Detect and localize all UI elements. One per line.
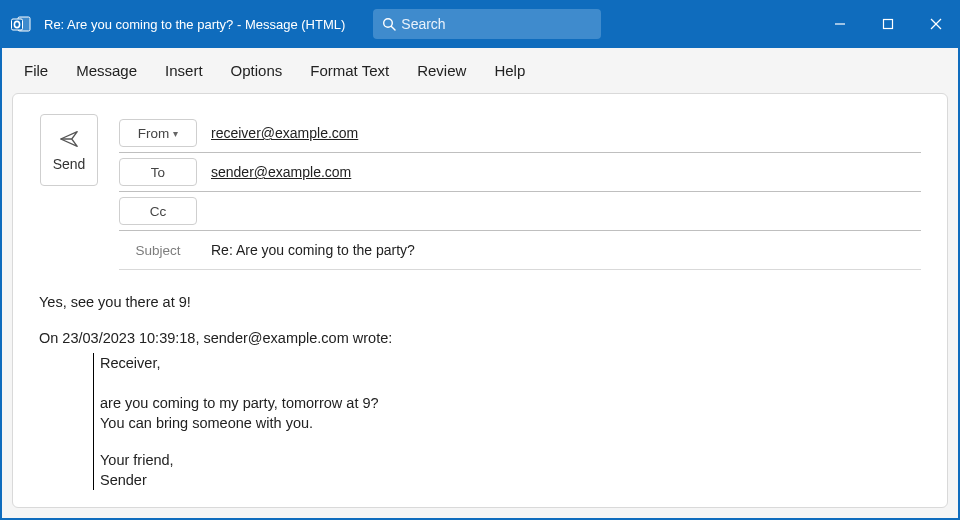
- menu-help[interactable]: Help: [482, 56, 537, 85]
- subject-label: Subject: [119, 236, 197, 264]
- window-body: File Message Insert Options Format Text …: [2, 48, 958, 518]
- to-button[interactable]: To: [119, 158, 197, 186]
- menu-format-text[interactable]: Format Text: [298, 56, 401, 85]
- quote-intro: On 23/03/2023 10:39:18, sender@example.c…: [39, 328, 921, 348]
- chevron-down-icon: ▾: [173, 128, 178, 139]
- quoted-line: Receiver,: [100, 353, 921, 373]
- send-icon: [58, 128, 80, 150]
- subject-row: Subject: [119, 231, 921, 270]
- menu-message[interactable]: Message: [64, 56, 149, 85]
- quoted-line: You can bring someone with you.: [100, 413, 921, 433]
- message-body[interactable]: Yes, see you there at 9! On 23/03/2023 1…: [39, 292, 921, 490]
- quoted-message: Receiver, are you coming to my party, to…: [93, 353, 921, 491]
- to-label: To: [151, 165, 165, 180]
- menubar: File Message Insert Options Format Text …: [2, 48, 958, 87]
- cc-row: Cc: [119, 192, 921, 231]
- to-value[interactable]: sender@example.com: [211, 160, 921, 184]
- from-row: From ▾ receiver@example.com: [119, 114, 921, 153]
- menu-options[interactable]: Options: [219, 56, 295, 85]
- quoted-line: Sender: [100, 470, 921, 490]
- from-label: From: [138, 126, 170, 141]
- outlook-app-icon: [10, 13, 32, 35]
- menu-review[interactable]: Review: [405, 56, 478, 85]
- search-input[interactable]: [397, 16, 593, 32]
- menu-file[interactable]: File: [12, 56, 60, 85]
- search-icon: [381, 16, 397, 32]
- menu-insert[interactable]: Insert: [153, 56, 215, 85]
- cc-label: Cc: [150, 204, 167, 219]
- svg-line-4: [391, 26, 395, 30]
- cc-input[interactable]: [211, 199, 921, 223]
- from-picker[interactable]: From ▾: [119, 119, 197, 147]
- subject-input[interactable]: [211, 238, 921, 262]
- send-label: Send: [53, 156, 86, 172]
- send-button[interactable]: Send: [40, 114, 98, 186]
- titlebar: Re: Are you coming to the party? - Messa…: [0, 0, 960, 48]
- to-row: To sender@example.com: [119, 153, 921, 192]
- from-value[interactable]: receiver@example.com: [211, 121, 921, 145]
- search-box[interactable]: [373, 9, 601, 39]
- svg-rect-6: [884, 20, 893, 29]
- quoted-line: are you coming to my party, tomorrow at …: [100, 393, 921, 413]
- quoted-line: [100, 373, 921, 393]
- window-controls: [816, 0, 960, 48]
- compose-card: Send From ▾ receiver@example.com To send…: [12, 93, 948, 508]
- close-button[interactable]: [912, 0, 960, 48]
- window-title: Re: Are you coming to the party? - Messa…: [44, 17, 345, 32]
- reply-text: Yes, see you there at 9!: [39, 292, 921, 312]
- quoted-line: Your friend,: [100, 450, 921, 470]
- maximize-button[interactable]: [864, 0, 912, 48]
- cc-button[interactable]: Cc: [119, 197, 197, 225]
- minimize-button[interactable]: [816, 0, 864, 48]
